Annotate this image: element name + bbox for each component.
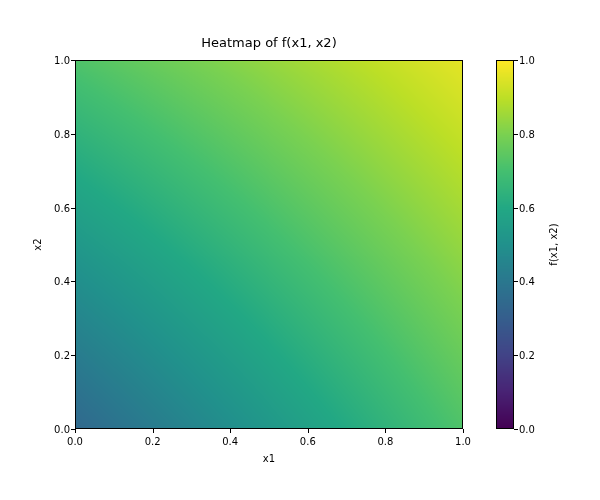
x-tickmark — [153, 429, 154, 433]
y-tickmark — [71, 60, 75, 61]
y-tick: 0.2 — [50, 350, 70, 361]
y-tick: 0.0 — [50, 424, 70, 435]
y-tickmark — [71, 281, 75, 282]
x-tick: 0.4 — [222, 436, 238, 447]
x-tickmark — [75, 429, 76, 433]
x-tick: 0.8 — [377, 436, 393, 447]
colorbar-tick: 0.4 — [519, 276, 535, 287]
y-tick: 0.8 — [50, 128, 70, 139]
y-tickmark — [71, 355, 75, 356]
colorbar-tickmark — [514, 208, 518, 209]
x-tick: 0.2 — [145, 436, 161, 447]
y-axis-label-text: x2 — [32, 238, 43, 250]
colorbar-surface — [497, 61, 513, 428]
x-tickmark — [230, 429, 231, 433]
colorbar-label: f(x1, x2) — [546, 60, 560, 429]
y-tickmark — [71, 134, 75, 135]
colorbar-tickmark — [514, 60, 518, 61]
x-tickmark — [385, 429, 386, 433]
figure: Heatmap of f(x1, x2) 0.0 0.2 0.4 0.6 0.8… — [0, 0, 600, 500]
colorbar-tick: 0.2 — [519, 350, 535, 361]
colorbar-tick: 0.6 — [519, 202, 535, 213]
y-axis-label: x2 — [30, 60, 44, 429]
y-tick: 0.4 — [50, 276, 70, 287]
x-tickmark — [463, 429, 464, 433]
x-axis-label: x1 — [75, 453, 463, 464]
x-tick: 1.0 — [455, 436, 471, 447]
y-tickmark — [71, 429, 75, 430]
colorbar-label-text: f(x1, x2) — [548, 223, 559, 265]
colorbar-tick: 0.0 — [519, 424, 535, 435]
heatmap-axes — [75, 60, 463, 429]
y-tick: 0.6 — [50, 202, 70, 213]
colorbar-tickmark — [514, 355, 518, 356]
colorbar-tick: 1.0 — [519, 55, 535, 66]
y-tick: 1.0 — [50, 55, 70, 66]
colorbar-tickmark — [514, 429, 518, 430]
chart-title: Heatmap of f(x1, x2) — [75, 35, 463, 50]
colorbar-tickmark — [514, 281, 518, 282]
colorbar-tickmark — [514, 134, 518, 135]
x-tick: 0.0 — [67, 436, 83, 447]
x-tickmark — [308, 429, 309, 433]
heatmap-surface — [76, 61, 462, 428]
colorbar — [496, 60, 514, 429]
y-tickmark — [71, 208, 75, 209]
x-tick: 0.6 — [300, 436, 316, 447]
colorbar-tick: 0.8 — [519, 128, 535, 139]
